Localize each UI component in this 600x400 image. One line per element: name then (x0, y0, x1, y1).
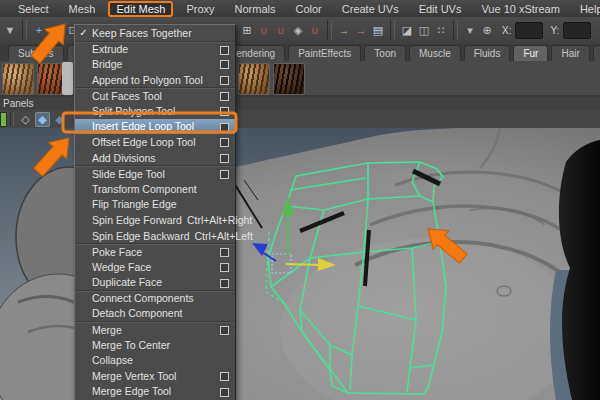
shelf-tab-hair[interactable]: Hair (551, 45, 589, 62)
move-tool-icon[interactable]: + (31, 20, 47, 40)
snap-plane-icon[interactable]: ◈ (290, 20, 306, 40)
option-box-icon[interactable] (220, 372, 229, 381)
menu-item-merge-to-center[interactable]: Merge To Center (75, 337, 235, 353)
render-icon[interactable]: ◪ (399, 20, 415, 40)
menu-item-spin-edge-backward[interactable]: Spin Edge BackwardCtrl+Alt+Left (75, 228, 235, 244)
textured-mode-icon[interactable]: ◆ (52, 112, 67, 127)
menu-item-label: Bridge (92, 58, 122, 70)
snap-grid-icon[interactable]: ⊞ (239, 20, 255, 40)
option-box-icon[interactable] (220, 123, 229, 132)
option-box-icon[interactable] (220, 46, 229, 55)
shelf-tab-toon[interactable]: Toon (364, 45, 406, 62)
shelf-tab-ncloth[interactable]: nCloth (593, 45, 600, 62)
menu-item-label: Flip Triangle Edge (92, 198, 177, 210)
menu-item-merge-edge-tool[interactable]: Merge Edge Tool (75, 384, 235, 400)
shelf-item-partial[interactable] (62, 62, 73, 95)
option-box-icon[interactable] (220, 154, 229, 163)
option-box-icon[interactable] (220, 263, 229, 272)
toolbar-separator (390, 20, 395, 40)
option-box-icon[interactable] (220, 107, 229, 116)
menu-item-shortcut: Ctrl+Alt+Right (187, 214, 252, 226)
menu-proxy[interactable]: Proxy (176, 2, 224, 16)
menu-item-collapse[interactable]: Collapse (75, 352, 235, 368)
panel-toolbar-clipped-icon[interactable] (0, 112, 7, 127)
shelf-tab-painteffects[interactable]: PaintEffects (288, 45, 361, 62)
shaded-mode-icon[interactable]: ◆ (35, 112, 50, 127)
option-box-icon[interactable] (220, 170, 229, 179)
menu-item-connect-components[interactable]: Connect Components (75, 290, 235, 306)
menu-item-bridge[interactable]: Bridge (75, 56, 235, 72)
wireframe-mode-icon[interactable]: ◇ (18, 112, 33, 127)
ui-collapse-icon[interactable]: ▼ (2, 20, 18, 40)
option-box-icon[interactable] (220, 76, 229, 85)
option-box-icon[interactable] (220, 279, 229, 288)
menu-item-detach-component[interactable]: Detach Component (75, 306, 235, 322)
menu-edit-uvs[interactable]: Edit UVs (409, 2, 472, 16)
menu-item-label: Extrude (92, 43, 128, 55)
shelf-tab-fur[interactable]: Fur (513, 45, 548, 62)
checkmark-icon: ✓ (75, 27, 92, 38)
ipr-render-icon[interactable]: ◫ (416, 20, 432, 40)
menu-item-label: Append to Polygon Tool (92, 74, 203, 86)
menu-item-add-divisions[interactable]: Add Divisions (75, 150, 235, 166)
menu-item-label: Cut Faces Tool (92, 90, 162, 102)
menu-mesh[interactable]: Mesh (59, 2, 106, 16)
menu-vue-10-xstream[interactable]: Vue 10 xStream (471, 2, 569, 16)
option-box-icon[interactable] (220, 92, 229, 101)
menu-item-offset-edge-loop-tool[interactable]: Offset Edge Loop Tool (75, 134, 235, 150)
shelf-tab-fluids[interactable]: Fluids (464, 45, 511, 62)
render-settings-icon[interactable]: ∷ (433, 20, 449, 40)
menu-item-duplicate-face[interactable]: Duplicate Face (75, 275, 235, 291)
y-coordinate-label: Y: (550, 25, 559, 36)
menu-item-keep-faces-together[interactable]: ✓Keep Faces Together (75, 25, 235, 41)
menu-item-spin-edge-forward[interactable]: Spin Edge ForwardCtrl+Alt+Right (75, 212, 235, 228)
dropdown-icon[interactable]: ▾ (462, 20, 478, 40)
shelf-items-left (2, 63, 69, 95)
menu-item-append-to-polygon-tool[interactable]: Append to Polygon Tool (75, 72, 235, 88)
fur-preset-thumb[interactable] (238, 63, 270, 95)
menu-item-poke-face[interactable]: Poke Face (75, 243, 235, 259)
option-box-icon[interactable] (220, 60, 229, 69)
menu-item-cut-faces-tool[interactable]: Cut Faces Tool (75, 87, 235, 103)
menu-item-label: Offset Edge Loop Tool (92, 136, 196, 148)
option-box-icon[interactable] (220, 138, 229, 147)
menu-item-insert-edge-loop-tool[interactable]: Insert Edge Loop Tool (75, 119, 235, 135)
option-box-icon[interactable] (220, 326, 229, 335)
menu-item-slide-edge-tool[interactable]: Slide Edge Tool (75, 165, 235, 181)
menu-item-wedge-face[interactable]: Wedge Face (75, 259, 235, 275)
menu-item-label: Connect Components (92, 292, 194, 304)
snap-point-icon[interactable]: ∪ (273, 20, 289, 40)
menu-create-uvs[interactable]: Create UVs (332, 2, 409, 16)
snap-curve-icon[interactable]: ∪ (256, 20, 272, 40)
menu-help[interactable]: Help (570, 2, 600, 16)
snap-magnet-icon[interactable]: ∪ (307, 20, 323, 40)
symmetry-icon[interactable]: ⊕ (479, 20, 495, 40)
menu-color[interactable]: Color (285, 2, 331, 16)
lattice-icon[interactable]: ⊞ (48, 20, 64, 40)
option-box-icon[interactable] (220, 248, 229, 257)
shelf-tab-muscle[interactable]: Muscle (409, 45, 461, 62)
y-coordinate-field[interactable] (563, 22, 591, 39)
panel-menu-panels[interactable]: Panels (3, 98, 34, 109)
fur-preset-thumb[interactable] (2, 63, 34, 95)
menu-item-merge-vertex-tool[interactable]: Merge Vertex Tool (75, 368, 235, 384)
menu-normals[interactable]: Normals (225, 2, 286, 16)
menu-item-merge[interactable]: Merge (75, 321, 235, 337)
menu-edit-mesh[interactable]: Edit Mesh (108, 1, 173, 17)
input-connection-icon[interactable]: → (336, 20, 352, 40)
x-coordinate-field[interactable] (515, 22, 543, 39)
menu-bar-items: SelectMeshEdit MeshProxyNormalsColorCrea… (8, 1, 600, 17)
menu-select[interactable]: Select (8, 2, 59, 16)
menu-item-extrude[interactable]: Extrude (75, 41, 235, 57)
shelf-tab-subdivs[interactable]: Subdivs (8, 45, 64, 62)
option-box-icon[interactable] (220, 388, 229, 397)
x-axis-handle[interactable] (286, 264, 318, 265)
fur-preset-thumb[interactable] (273, 63, 305, 95)
construction-history-icon[interactable]: ▤ (370, 20, 386, 40)
menu-item-label: Collapse (92, 354, 133, 366)
menu-item-transform-component[interactable]: Transform Component (75, 181, 235, 197)
menu-item-split-polygon-tool[interactable]: Split Polygon Tool (75, 103, 235, 119)
menu-item-label: Slide Edge Tool (92, 168, 165, 180)
output-connection-icon[interactable]: → (353, 20, 369, 40)
menu-item-flip-triangle-edge[interactable]: Flip Triangle Edge (75, 197, 235, 213)
